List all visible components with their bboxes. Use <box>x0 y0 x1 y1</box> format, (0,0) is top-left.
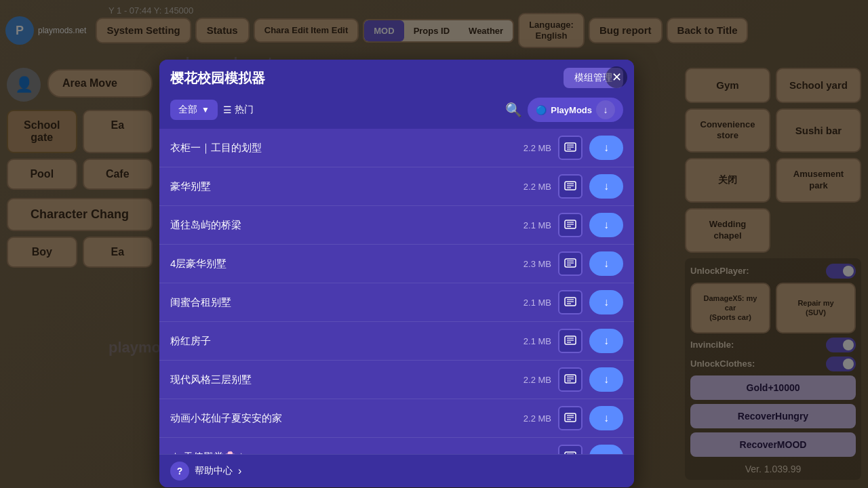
download-all-button[interactable]: ↓ <box>596 100 615 119</box>
mod-item-name: 豪华别墅 <box>170 180 504 193</box>
help-text: 帮助中心 <box>195 465 233 477</box>
mod-preview-button[interactable] <box>558 445 583 454</box>
mod-list-item: 通往岛屿的桥梁 2.1 MB ↓ <box>159 206 634 245</box>
search-button[interactable]: 🔍 <box>505 102 522 118</box>
mod-item-name: 通往岛屿的桥梁 <box>170 219 504 232</box>
mod-download-button[interactable]: ↓ <box>589 136 623 160</box>
mod-download-button[interactable]: ↓ <box>589 367 623 392</box>
mod-item-size: 2.2 MB <box>511 375 551 385</box>
mod-preview-button[interactable] <box>558 251 583 276</box>
mod-item-name: 粉红房子 <box>170 335 504 348</box>
mod-download-button[interactable]: ↓ <box>589 213 623 237</box>
mod-item-name: 闺蜜合租别墅 <box>170 296 504 309</box>
mod-item-name: ☆ 天使殿堂🌸☆ <box>170 451 504 455</box>
filter-dropdown[interactable]: 全部 ▼ <box>170 100 218 120</box>
mod-list-item: 豪华别墅 2.2 MB ↓ <box>159 167 634 206</box>
mod-list-item: 衣柜一｜工目的划型 2.2 MB ↓ <box>159 129 634 167</box>
mod-item-size: 2.1 MB <box>511 336 551 346</box>
list-icon: ☰ <box>223 104 232 115</box>
modal-title: 樱花校园模拟器 <box>170 69 265 87</box>
mod-item-name: 现代风格三层别墅 <box>170 373 504 386</box>
playmods-badge-icon: 🔵 <box>536 105 547 115</box>
mod-item-size: 2.1 MB <box>511 220 551 230</box>
modal-close-button[interactable]: ✕ <box>606 66 627 88</box>
mod-item-size: 2.2 MB <box>511 413 551 424</box>
mod-preview-button[interactable] <box>558 406 583 430</box>
mod-download-button[interactable]: ↓ <box>589 445 623 454</box>
mod-list-item: 现代风格三层别墅 2.2 MB ↓ <box>159 361 634 399</box>
mod-list-item: 4层豪华别墅 2.3 MB ↓ <box>159 245 634 283</box>
mod-preview-button[interactable] <box>558 213 583 237</box>
mod-item-size: 2.1 MB <box>511 298 551 308</box>
mod-modal: ✕ 樱花校园模拟器 模组管理 全部 ▼ ☰ 热门 🔍 🔵 PlayMods ↓ … <box>159 60 634 487</box>
mod-item-name: 动画小花仙子夏安安的家 <box>170 412 504 425</box>
modal-toolbar: 全部 ▼ ☰ 热门 🔍 🔵 PlayMods ↓ <box>159 94 634 129</box>
mod-preview-button[interactable] <box>558 329 583 353</box>
filter-label: 全部 <box>178 104 197 116</box>
mod-list-item: 粉红房子 2.1 MB ↓ <box>159 322 634 361</box>
mod-list: 衣柜一｜工目的划型 2.2 MB ↓ 豪华别墅 2.2 MB <box>159 129 634 454</box>
mod-item-size: 2.2 MB <box>511 182 551 192</box>
mod-item-name: 衣柜一｜工目的划型 <box>170 142 504 155</box>
hot-filter-button[interactable]: ☰ 热门 <box>223 104 254 116</box>
dropdown-arrow-icon: ▼ <box>201 105 210 115</box>
mod-item-size: 2.3 MB <box>511 259 551 269</box>
mod-download-button[interactable]: ↓ <box>589 406 623 430</box>
hot-label: 热门 <box>235 104 254 116</box>
help-arrow-icon: › <box>238 465 241 477</box>
modal-header: 樱花校园模拟器 模组管理 <box>159 60 634 94</box>
mod-download-button[interactable]: ↓ <box>589 174 623 199</box>
mod-preview-button[interactable] <box>558 367 583 392</box>
mod-preview-button[interactable] <box>558 174 583 199</box>
mod-item-name: 4层豪华别墅 <box>170 258 504 270</box>
mod-item-size: 2.2 MB <box>511 452 551 455</box>
playmods-badge[interactable]: 🔵 PlayMods ↓ <box>528 98 623 122</box>
mod-list-item: ☆ 天使殿堂🌸☆ 2.2 MB ↓ <box>159 438 634 454</box>
mod-download-button[interactable]: ↓ <box>589 290 623 314</box>
mod-list-item: 动画小花仙子夏安安的家 2.2 MB ↓ <box>159 399 634 438</box>
search-icon: 🔍 <box>505 102 522 117</box>
playmods-badge-label: PlayMods <box>551 105 592 115</box>
mod-download-button[interactable]: ↓ <box>589 329 623 353</box>
mod-item-size: 2.2 MB <box>511 143 551 153</box>
mod-preview-button[interactable] <box>558 290 583 314</box>
mod-list-item: 闺蜜合租别墅 2.1 MB ↓ <box>159 283 634 322</box>
modal-footer: ? 帮助中心 › <box>159 454 634 487</box>
help-icon[interactable]: ? <box>170 462 189 481</box>
mod-download-button[interactable]: ↓ <box>589 251 623 276</box>
mod-preview-button[interactable] <box>558 136 583 160</box>
